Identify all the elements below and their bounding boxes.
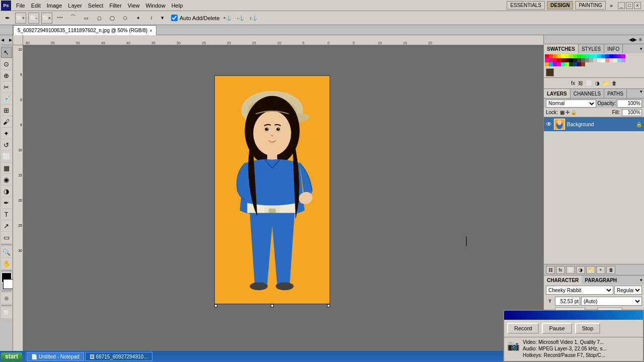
swatch-item[interactable]	[557, 58, 561, 62]
tab-info[interactable]: INFO	[604, 44, 623, 53]
eraser-tool[interactable]: ⬜	[1, 151, 12, 162]
swatch-item[interactable]	[593, 54, 597, 58]
opacity-input[interactable]	[617, 100, 642, 108]
eyedropper-tool[interactable]: 💉	[1, 93, 12, 104]
link-icon[interactable]: ⛓	[578, 80, 583, 86]
lock-all-icon[interactable]: 🔒	[571, 110, 577, 115]
fill-input[interactable]	[622, 109, 642, 116]
swatch-item[interactable]	[577, 62, 581, 66]
swatch-item[interactable]	[585, 58, 589, 62]
swatch-item[interactable]	[553, 58, 557, 62]
tool-poly[interactable]: ⬡	[120, 13, 131, 24]
path-selection-tool[interactable]: ↗	[1, 220, 12, 231]
lock-position-icon[interactable]: ✛	[566, 110, 570, 115]
menu-filter[interactable]: Filter	[106, 2, 124, 10]
swatch-item[interactable]	[605, 58, 609, 62]
swatch-item[interactable]	[565, 58, 569, 62]
panel-options-btn[interactable]: ≡	[639, 37, 642, 42]
swatch-item[interactable]	[601, 58, 605, 62]
swatch-item[interactable]	[549, 54, 553, 58]
menu-file[interactable]: File	[13, 2, 28, 10]
new-fill-btn[interactable]: ◑	[576, 266, 585, 274]
tab-swatches[interactable]: SWATCHES	[544, 44, 579, 53]
swatch-item[interactable]	[569, 58, 573, 62]
taskbar-photoshop[interactable]: 🖼 66715_60927294910...	[85, 352, 152, 361]
selection-handle-center[interactable]	[271, 304, 274, 307]
menu-edit[interactable]: Edit	[28, 2, 44, 10]
pause-button[interactable]: Pause	[542, 323, 572, 334]
layer-visibility-icon[interactable]: 👁	[546, 121, 552, 128]
brush-tool[interactable]: 🖌	[1, 116, 12, 127]
link-layers-btn[interactable]: ⛓	[546, 266, 555, 274]
autoadd-checkbox[interactable]	[171, 15, 178, 21]
zoom-tool[interactable]: 🔍	[1, 246, 12, 257]
menu-window[interactable]: Window	[143, 2, 169, 10]
background-color[interactable]	[3, 279, 13, 289]
swatch-item[interactable]	[609, 58, 613, 62]
pen-tool[interactable]: ✒	[1, 197, 12, 208]
swatch-item[interactable]	[609, 54, 613, 58]
design-btn[interactable]: DESIGN	[547, 1, 573, 10]
font-size-input[interactable]	[555, 297, 580, 306]
swatch-item[interactable]	[573, 54, 577, 58]
tool-opt1[interactable]: ⬜+	[15, 13, 26, 24]
font-family-select[interactable]: Cheeky Rabbit	[546, 286, 613, 295]
panel-float-btn[interactable]: ◀▶	[629, 37, 637, 42]
swatch-item[interactable]	[553, 54, 557, 58]
swatch-item[interactable]	[565, 62, 569, 66]
swatch-item[interactable]	[577, 54, 581, 58]
swatch-item[interactable]	[597, 58, 601, 62]
clone-tool[interactable]: ✦	[1, 128, 12, 139]
crop-tool[interactable]: ✂	[1, 81, 12, 93]
toolbox-toggle[interactable]: ◀▶	[1, 36, 12, 43]
swatch-item[interactable]	[557, 54, 561, 58]
trash-icon[interactable]: 🗑	[612, 80, 617, 86]
swatch-item[interactable]	[565, 54, 569, 58]
file-tab[interactable]: 5_609272949100635_1181897602_n.jpg @ 50%…	[13, 25, 156, 35]
tab-close-btn[interactable]: ×	[149, 28, 152, 33]
swatch-item[interactable]	[593, 58, 597, 62]
new-layer-btn[interactable]: +	[596, 266, 605, 274]
swatch-item[interactable]	[573, 58, 577, 62]
menu-select[interactable]: Select	[85, 2, 107, 10]
blend-mode-select[interactable]: Normal	[546, 100, 596, 108]
menu-help[interactable]: Help	[169, 2, 186, 10]
mask-icon[interactable]: ⬜	[586, 80, 592, 86]
swatch-item[interactable]	[613, 58, 617, 62]
tool-circle[interactable]: ◯	[107, 13, 118, 24]
tool-opt3[interactable]: ⬜×	[41, 13, 52, 24]
dark-brown-swatch[interactable]	[546, 68, 554, 76]
quick-mask-btn[interactable]: ◎	[1, 293, 12, 304]
folder-icon[interactable]: 📁	[603, 80, 609, 86]
workspace-expand[interactable]: »	[608, 3, 615, 9]
menu-image[interactable]: Image	[44, 2, 65, 10]
char-expand-btn[interactable]: ▾	[638, 278, 644, 283]
tool-pen-curve[interactable]: ⌒	[67, 13, 78, 24]
layer-row-background[interactable]: 👁 Background 🔒	[544, 117, 644, 131]
swatch-item[interactable]	[569, 62, 573, 66]
tab-paragraph[interactable]: PARAGRAPH	[582, 276, 620, 285]
selection-handle[interactable]	[214, 304, 217, 307]
swatch-item[interactable]	[545, 54, 549, 58]
start-button[interactable]: start	[1, 352, 22, 360]
swatch-item[interactable]	[549, 58, 553, 62]
swatch-item[interactable]	[601, 54, 605, 58]
hand-tool[interactable]: ✋	[1, 258, 12, 269]
delete-layer-btn[interactable]: 🗑	[606, 266, 615, 274]
del-anchor-btn[interactable]: -⚓	[235, 13, 246, 24]
swatch-item[interactable]	[581, 62, 585, 66]
stop-button[interactable]: Stop	[575, 323, 601, 334]
maximize-btn[interactable]: □	[626, 2, 633, 9]
swatch-item[interactable]	[553, 62, 557, 66]
pen-tool-btn[interactable]: ✒	[2, 13, 13, 24]
tab-layers[interactable]: LAYERS	[544, 89, 571, 98]
painting-btn[interactable]: PAINTING	[575, 1, 605, 10]
swatch-item[interactable]	[597, 54, 601, 58]
swatch-item[interactable]	[617, 54, 621, 58]
history-tool[interactable]: ↺	[1, 139, 12, 150]
tool-custom[interactable]: ✦	[133, 13, 144, 24]
swatch-item[interactable]	[573, 62, 577, 66]
swatch-item[interactable]	[589, 54, 593, 58]
taskbar-notepad[interactable]: 📄 Untitled - Notepad	[27, 352, 84, 361]
tab-paths[interactable]: PATHS	[604, 89, 627, 98]
